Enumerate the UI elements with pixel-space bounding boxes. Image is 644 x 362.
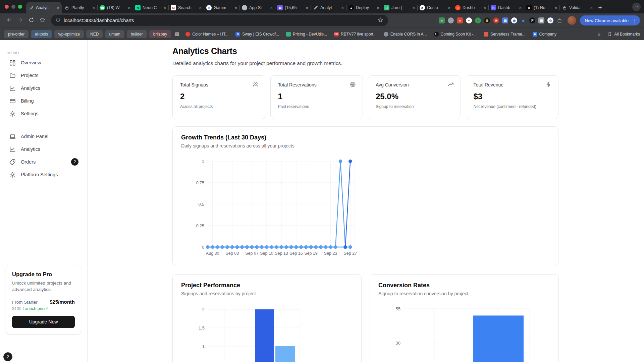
svg-text:Sep 23: Sep 23 [324,251,337,256]
growth-line-chart: 00.250.50.751Aug 30Sep 03Sep 07Sep 10Sep… [173,127,558,266]
tab-favicon [29,5,34,10]
bookmark-pill[interactable]: NED [86,30,103,38]
new-tab-button[interactable]: + [595,3,605,13]
bookmark-item[interactable]: ☾Coming Soon Kit -... [432,32,479,37]
apps-grid-icon[interactable] [175,32,179,37]
browser-tab[interactable]: Plantly× [62,2,97,13]
site-info-icon[interactable] [56,17,60,23]
tab-close-icon[interactable]: × [163,5,166,10]
profile-avatar[interactable] [568,16,576,25]
browser-tab[interactable]: NNeon C× [133,2,168,13]
browser-tab[interactable]: ✳Custo× [417,2,453,13]
reload-button[interactable] [26,15,36,25]
close-window-button[interactable] [5,5,9,9]
svg-text:Sep 07: Sep 07 [245,251,259,256]
extensions-puzzle-icon[interactable] [556,17,562,23]
more-menu-icon[interactable]: ⋮ [632,18,638,23]
bookmark-item[interactable]: Color Names – HT... [183,32,231,37]
browser-tab[interactable]: JJuro |× [382,2,417,13]
sidebar-item-overview[interactable]: Overview [0,56,87,69]
address-bar[interactable]: localhost:3000/dashboard/charts [51,15,388,26]
sidebar-item-projects[interactable]: Projects [0,69,87,82]
sidebar-item-analytics[interactable]: Analytics [0,143,87,156]
browser-tab[interactable]: ✉(15,65× [275,2,311,13]
browser-tab[interactable]: Valida× [559,2,595,13]
tab-close-icon[interactable]: × [199,5,202,10]
bookmark-pill[interactable]: wp-optimize [54,30,84,38]
sidebar-item-billing[interactable]: Billing [0,95,87,107]
tab-close-icon[interactable]: × [590,5,593,10]
sidebar-item-settings[interactable]: Settings [0,107,87,120]
extension-icon[interactable]: ◉ [511,17,517,23]
bookmark-star-icon[interactable] [378,17,383,24]
extension-icon[interactable]: ⊙ [547,17,553,23]
bookmark-item[interactable]: ◆Company [530,32,559,37]
extension-icon[interactable]: ♛ [484,17,490,23]
bookmark-pill[interactable]: builder [127,30,147,38]
bookmark-item[interactable]: RBRBTV77 live sport... [332,32,379,37]
extension-icon[interactable]: ✳ [493,17,499,23]
bookmark-item[interactable]: Pricing - DevUtils... [284,32,329,37]
extension-icon[interactable]: ≡ [457,17,463,23]
tab-close-icon[interactable]: × [234,5,237,10]
tab-close-icon[interactable]: × [270,5,273,10]
browser-tab[interactable]: SDashb× [488,2,524,13]
bookmark-label: Pricing - DevUtils... [293,32,327,37]
tab-close-icon[interactable]: × [554,5,557,10]
extension-icon[interactable]: ▼ [466,17,472,23]
tab-close-icon[interactable]: × [448,5,450,10]
bookmark-pill[interactable]: ai-tools [31,30,52,38]
update-chrome-button[interactable]: New Chrome available ⋮ [580,15,640,25]
sidebar-item-analytics[interactable]: Analytics [0,82,87,95]
extension-icon[interactable]: ● [475,17,481,23]
tab-search-button[interactable] [632,3,641,11]
bookmark-pill[interactable]: umam [105,30,124,38]
browser-tab[interactable]: ☎(18) W× [97,2,133,13]
extension-icon[interactable]: ▣ [538,17,544,23]
sidebar-item-platform-settings[interactable]: Platform Settings [0,168,87,181]
tab-close-icon[interactable]: × [483,5,486,10]
tab-close-icon[interactable]: × [306,5,308,10]
zoom-window-button[interactable] [18,5,22,9]
browser-tab[interactable]: ☺Dashb× [453,2,488,13]
browser-tab[interactable]: GGamm× [204,2,239,13]
tab-close-icon[interactable]: × [519,5,522,10]
tab-close-icon[interactable]: × [412,5,415,10]
extension-icon[interactable]: ◆ [520,17,526,23]
forward-button[interactable] [15,15,25,25]
url-text[interactable]: localhost:3000/dashboard/charts [64,18,134,23]
browser-tab[interactable]: ▲Deploy× [346,2,382,13]
extension-icon[interactable]: ▤ [502,17,508,23]
bookmark-item[interactable]: Enable CORS in A... [381,32,429,37]
tab-close-icon[interactable]: × [57,5,59,10]
bookmarks-overflow-icon[interactable]: » [598,31,600,37]
minimize-window-button[interactable] [11,5,15,9]
extension-icon[interactable]: ≡ [439,17,445,23]
bookmark-item[interactable]: SSway | EIS Crowdf... [233,32,281,37]
sidebar-item-orders[interactable]: Orders2 [0,156,87,168]
tab-close-icon[interactable]: × [128,5,130,10]
stat-title: Total Reservations [278,82,356,87]
upgrade-now-button[interactable]: Upgrade Now [12,316,75,328]
bookmark-pill[interactable]: briizpay [149,30,171,38]
sidebar-item-admin-panel[interactable]: Admin Panel [0,130,87,143]
extension-icon[interactable]: P [529,17,535,23]
stat-title: Avg Conversion [376,82,453,87]
tab-close-icon[interactable]: × [377,5,379,10]
svg-text:0.25: 0.25 [196,224,204,228]
browser-tab[interactable]: Analyt× [311,2,346,13]
bookmark-item[interactable]: Serverless Frame... [481,32,528,37]
extension-icon[interactable] [448,17,454,23]
tab-close-icon[interactable]: × [341,5,344,10]
bookmark-pill[interactable]: pre-order [4,30,29,38]
dev-issues-badge[interactable]: 2 [3,352,12,361]
tab-close-icon[interactable]: × [92,5,95,10]
browser-tab[interactable]: Analyti× [26,2,62,13]
back-button[interactable] [4,15,14,25]
browser-tab[interactable]: MSearch× [168,2,204,13]
all-bookmarks-button[interactable]: All Bookmarks [607,32,640,37]
gear-icon [9,111,16,117]
browser-tab[interactable]: App St× [239,2,275,13]
browser-tab[interactable]: X(1) No× [524,2,559,13]
home-button[interactable] [37,15,47,25]
